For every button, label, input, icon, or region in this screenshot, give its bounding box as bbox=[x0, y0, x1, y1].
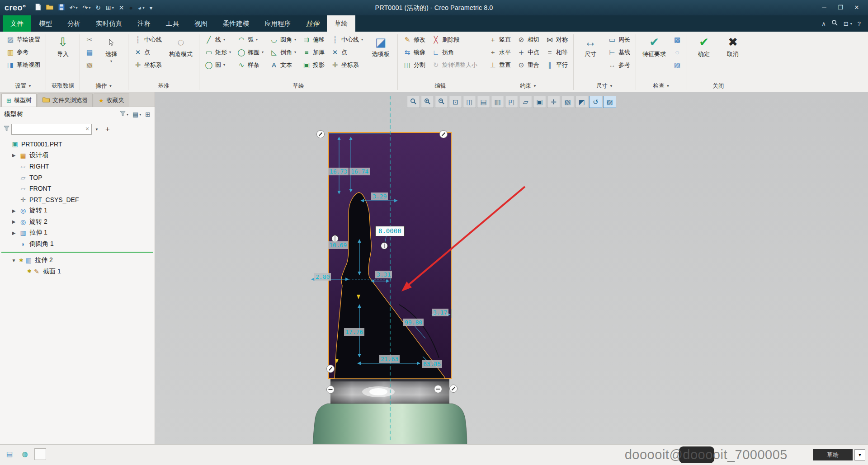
ribbon-button-import[interactable]: ⇩导入 bbox=[50, 33, 76, 58]
ribbon-button-ok[interactable]: ✔确定 bbox=[691, 33, 717, 58]
tab-analysis[interactable]: 分析 bbox=[60, 15, 88, 32]
ribbon-button-overlap[interactable]: ▩ bbox=[671, 33, 683, 46]
ribbon-button-paste[interactable]: ▧ bbox=[84, 59, 95, 71]
ribbon-button-references[interactable]: ▥参考 bbox=[5, 46, 42, 58]
ribbon-button-construction[interactable]: ◌构造模式 bbox=[166, 33, 195, 58]
sketch-display-button[interactable]: ▨ bbox=[603, 96, 616, 108]
panel-tab-folder-browser[interactable]: 文件夹浏览器 bbox=[38, 94, 93, 107]
sketch-orientation-button[interactable]: ↺ bbox=[589, 96, 602, 108]
save-button[interactable] bbox=[57, 2, 66, 13]
ribbon-group-label-settings[interactable]: 设置▼ bbox=[5, 80, 42, 92]
tab-annotate[interactable]: 注释 bbox=[130, 15, 158, 32]
sketch-handle-pencil[interactable] bbox=[450, 385, 458, 393]
ribbon-button-thicken[interactable]: ≡加厚 bbox=[301, 46, 326, 58]
sketch-handle-minus[interactable] bbox=[327, 386, 335, 394]
tree-settings-button[interactable]: ⊞ bbox=[145, 111, 151, 118]
sketch-handle-minus[interactable] bbox=[434, 385, 442, 393]
switch-window-button[interactable]: ⊡▾ bbox=[844, 20, 852, 27]
tab-applications[interactable]: 应用程序 bbox=[257, 15, 298, 32]
record-button[interactable]: ● bbox=[127, 2, 134, 13]
sketch-handle-pencil[interactable] bbox=[440, 131, 448, 138]
ribbon-button-dimension[interactable]: ↔尺寸 bbox=[577, 33, 604, 58]
ribbon-button-select[interactable]: 选择▾ bbox=[98, 33, 124, 63]
ribbon-button-open-ends[interactable]: ◌ bbox=[671, 46, 683, 58]
dimension-label[interactable]: 16.74 bbox=[349, 168, 370, 175]
tab-tools[interactable]: 工具 bbox=[158, 15, 187, 32]
dimension-label[interactable]: 2.80 bbox=[314, 273, 331, 281]
tree-expander[interactable]: ▶ bbox=[11, 219, 17, 224]
dimension-label[interactable]: 3.31 bbox=[375, 271, 392, 278]
refit-button[interactable]: ⊡ bbox=[449, 96, 462, 108]
ribbon-button-rotate-resize[interactable]: ↻旋转调整大小 bbox=[430, 59, 479, 71]
close-window-button[interactable]: ✕ bbox=[117, 2, 126, 13]
dimension-label[interactable]: 17.76 bbox=[344, 328, 364, 336]
ribbon-button-modify[interactable]: ✎修改 bbox=[401, 33, 427, 46]
ribbon-button-parallel[interactable]: ∥平行 bbox=[544, 59, 570, 71]
ribbon-button-chamfer[interactable]: ◺倒角▾ bbox=[268, 46, 298, 58]
tree-item-RIGHT[interactable]: ▱RIGHT bbox=[0, 161, 155, 172]
ribbon-button-rect[interactable]: ▭矩形▾ bbox=[203, 46, 233, 58]
search-button[interactable] bbox=[831, 19, 838, 28]
spin-center-button[interactable]: ✛ bbox=[547, 96, 560, 108]
render-style-button[interactable]: ◩ bbox=[575, 96, 588, 108]
dimension-label[interactable]: 16.73 bbox=[328, 168, 349, 175]
sketch-handle-pencil[interactable] bbox=[317, 131, 325, 138]
minimize-window-button[interactable]: ─ bbox=[817, 2, 831, 13]
dimension-label[interactable]: 63.85 bbox=[422, 360, 442, 368]
tree-filter-button[interactable]: ▾ bbox=[120, 111, 128, 118]
windows-button[interactable]: ⊞▾ bbox=[104, 2, 116, 13]
ribbon-button-project[interactable]: ▣投影 bbox=[301, 59, 326, 71]
tree-expander[interactable]: ▶ bbox=[11, 208, 17, 213]
dimension-label[interactable]: 3.17 bbox=[432, 309, 448, 316]
graphics-area[interactable]: ⊡◫▤▥◰▱▣✛▧◩↺▨ bbox=[155, 92, 868, 444]
tab-live-simulation[interactable]: 实时仿真 bbox=[88, 15, 130, 32]
filter-clear-icon[interactable]: ✕ bbox=[84, 126, 91, 132]
dimension-label[interactable]: 8.0000 bbox=[375, 226, 405, 236]
dimension-label[interactable]: 21.63 bbox=[379, 355, 400, 363]
ribbon-button-horizontal[interactable]: +水平 bbox=[487, 46, 513, 58]
ribbon-button-fillet[interactable]: ◡圆角▾ bbox=[268, 33, 298, 46]
ribbon-button-centerline2[interactable]: ┆中心线▾ bbox=[329, 33, 365, 46]
open-file-button[interactable] bbox=[44, 2, 55, 13]
zoom-window-button[interactable] bbox=[407, 96, 420, 108]
model-display-button[interactable]: ◕▾ bbox=[136, 2, 146, 13]
sb-display-button[interactable]: ◍ bbox=[19, 448, 31, 460]
regenerate-button[interactable]: ↻ bbox=[94, 2, 103, 13]
ribbon-button-tangent[interactable]: ⊘相切 bbox=[515, 33, 541, 46]
tree-item-设计项[interactable]: ▶▦设计项 bbox=[0, 150, 155, 161]
display-style-button[interactable]: ◫ bbox=[463, 96, 476, 108]
show-3d-button[interactable]: ▧ bbox=[561, 96, 574, 108]
ribbon-button-mirror[interactable]: ⇆镜像 bbox=[401, 46, 427, 58]
ribbon-button-perpendicular[interactable]: ⊥垂直 bbox=[487, 59, 513, 71]
ribbon-button-csys[interactable]: ✛坐标系 bbox=[132, 59, 164, 71]
dimension-label[interactable]: 10.69 bbox=[328, 241, 348, 249]
ribbon-button-refdim[interactable]: ↔参考 bbox=[606, 59, 632, 71]
panel-tab-model-tree[interactable]: ⊞模型树 bbox=[1, 94, 37, 107]
ribbon-button-shade-loop[interactable]: ▨ bbox=[671, 59, 683, 71]
ribbon-button-delete-seg[interactable]: ╳删除段 bbox=[430, 33, 479, 46]
ribbon-group-label-constrain[interactable]: 约束▼ bbox=[487, 80, 570, 92]
tab-sketch[interactable]: 草绘 bbox=[327, 15, 355, 32]
tree-expander[interactable]: ▼ bbox=[11, 258, 17, 263]
tree-expander[interactable]: ▶ bbox=[11, 153, 17, 158]
tab-extrude[interactable]: 拉伸 bbox=[298, 15, 327, 32]
ribbon-button-ellipse[interactable]: ◯椭圆▾ bbox=[236, 46, 265, 58]
dimension-label[interactable]: 3.29 bbox=[371, 193, 388, 200]
tree-item-PRT0001.PRT[interactable]: ▣PRT0001.PRT bbox=[0, 139, 155, 150]
tree-item-旋转 2[interactable]: ▶◎旋转 2 bbox=[0, 216, 155, 228]
tree-item-倒圆角 1[interactable]: ◗倒圆角 1 bbox=[0, 239, 155, 250]
tree-expander[interactable]: ▶ bbox=[11, 230, 17, 235]
selection-filter[interactable]: 草绘 bbox=[813, 449, 853, 460]
redo-button[interactable]: ↷▾ bbox=[80, 2, 92, 13]
annotation-display-button[interactable]: ▣ bbox=[533, 96, 546, 108]
ribbon-group-label-dimension[interactable]: 尺寸▼ bbox=[577, 80, 632, 92]
ribbon-group-label-inspect[interactable]: 检查▼ bbox=[640, 80, 683, 92]
ribbon-button-palette[interactable]: ◪选项板 bbox=[368, 33, 394, 58]
filter-add-button[interactable]: + bbox=[103, 125, 113, 134]
undo-button[interactable]: ↶▾ bbox=[68, 2, 80, 13]
tree-item-拉伸 2[interactable]: ▼✱▥拉伸 2 bbox=[0, 255, 155, 266]
ribbon-button-point[interactable]: ✕点 bbox=[132, 46, 164, 58]
ribbon-button-csys2[interactable]: ✛坐标系 bbox=[329, 59, 365, 71]
ribbon-button-sketch-view[interactable]: ◨草绘视图 bbox=[5, 59, 42, 71]
zoom-out-button[interactable] bbox=[435, 96, 448, 108]
